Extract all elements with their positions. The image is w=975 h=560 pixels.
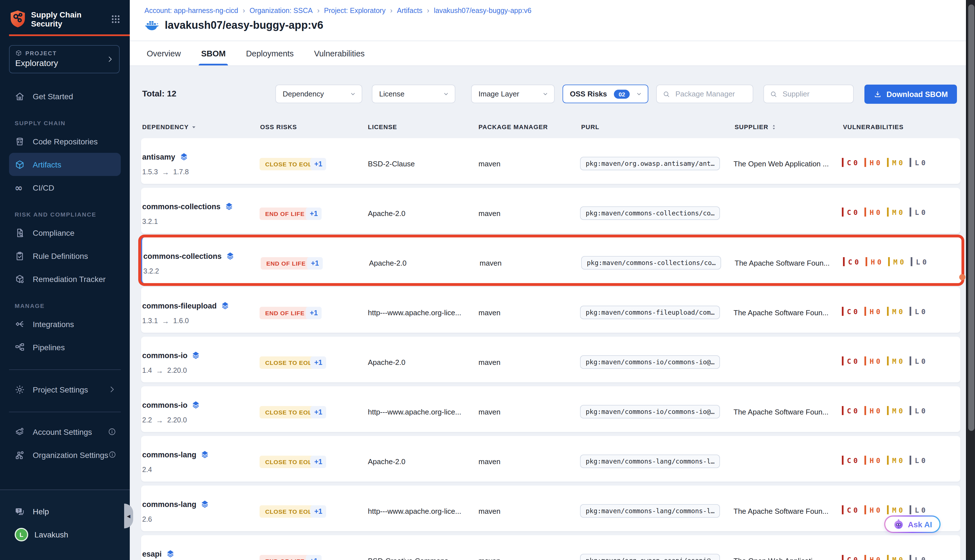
vulnerability-counts: C0H0M0L0 — [843, 257, 927, 266]
dependency-version: 1.5.3→1.7.8 — [142, 167, 189, 177]
table-row-commons-collections-2[interactable]: commons-collections3.2.2END OF LIFE+1Apa… — [141, 237, 962, 283]
oss-risk-extra-badge[interactable]: +1 — [306, 555, 322, 560]
dependency-name: commons-collections — [142, 201, 234, 212]
chevron-right-icon — [108, 385, 116, 393]
sidebar-item-organization-settings[interactable]: Organization Settings — [9, 443, 121, 467]
page-scrollbar[interactable] — [966, 0, 975, 560]
table-row-commons-fileupload-3[interactable]: commons-fileupload1.3.1→1.6.0END OF LIFE… — [141, 287, 960, 333]
severity-bar — [865, 406, 866, 415]
vulnerability-counts: C0H0M0L0 — [842, 505, 926, 514]
sidebar-item-label: Get Started — [33, 92, 116, 101]
oss-risk-badge: CLOSE TO EOL — [260, 505, 318, 518]
severity-low-count: L0 — [910, 307, 925, 316]
sidebar-item-label: Remediation Tracker — [33, 274, 116, 283]
column-dependency[interactable]: DEPENDENCY — [142, 123, 197, 130]
sidebar-item-rule-definitions[interactable]: Rule Definitions — [9, 244, 121, 267]
sidebar-item-account-settings[interactable]: Account Settings — [9, 420, 121, 443]
breadcrumb-link-1[interactable]: Organization: SSCA — [249, 7, 312, 15]
purl-pill[interactable]: pkg:maven/commons-collections/co… — [581, 256, 721, 270]
table-row-commons-lang-6[interactable]: commons-lang2.4CLOSE TO EOL+1Apache-2.0m… — [141, 436, 960, 482]
severity-bar — [842, 208, 843, 217]
package-manager-cell: maven — [479, 407, 501, 417]
purl-pill[interactable]: pkg:maven/org.owasp.esapi/esapi@… — [580, 554, 720, 560]
dependency-name: commons-io — [142, 400, 200, 410]
purl-pill[interactable]: pkg:maven/org.owasp.antisamy/ant… — [580, 157, 720, 170]
download-sbom-button[interactable]: Download SBOM — [865, 85, 957, 104]
oss-risk-extra-badge[interactable]: +1 — [311, 158, 326, 170]
oss-risk-extra-badge[interactable]: +1 — [306, 208, 322, 220]
tab-sbom[interactable]: SBOM — [201, 41, 226, 65]
sidebar-item-help[interactable]: ? Help — [9, 500, 121, 523]
column-supplier[interactable]: SUPPLIER — [735, 123, 777, 130]
severity-bar — [887, 456, 889, 465]
sidebar-divider — [9, 369, 121, 370]
sidebar-item-project-settings[interactable]: Project Settings — [9, 378, 121, 401]
severity-bar — [865, 357, 866, 365]
severity-bar — [865, 307, 866, 316]
tab-overview[interactable]: Overview — [147, 41, 181, 65]
severity-bar — [910, 208, 911, 217]
table-row-commons-io-4[interactable]: commons-io1.4→2.20.0CLOSE TO EOL+1Apache… — [141, 337, 960, 382]
module-switcher-icon[interactable] — [110, 14, 121, 24]
vulnerability-counts: C0H0M0L0 — [842, 555, 926, 560]
user-menu[interactable]: L Lavakush — [9, 523, 121, 546]
sidebar-item-pipelines[interactable]: Pipelines — [9, 335, 121, 359]
infinity-icon: ∞ — [15, 182, 25, 193]
sidebar-item-compliance[interactable]: Compliance — [9, 221, 121, 244]
license-filter-select[interactable]: License — [372, 85, 455, 103]
oss-risk-extra-badge[interactable]: +1 — [307, 257, 323, 270]
severity-bar — [865, 208, 866, 217]
oss-risk-extra-badge[interactable]: +1 — [306, 307, 322, 319]
table-row-commons-collections-1[interactable]: commons-collections3.2.1END OF LIFE+1Apa… — [141, 188, 960, 233]
sidebar-item-get-started[interactable]: Get Started — [9, 85, 121, 108]
pipelines-icon — [15, 342, 25, 352]
sidebar-item-artifacts[interactable]: Artifacts — [9, 153, 121, 176]
project-selector[interactable]: PROJECT Exploratory — [9, 45, 120, 73]
oss-risk-extra-badge[interactable]: +1 — [311, 357, 326, 369]
tab-vulnerabilities[interactable]: Vulnerabilities — [314, 41, 364, 65]
table-row-esapi-8[interactable]: esapiEND OF LIFE+1BSD-Creative Commons..… — [141, 535, 960, 560]
image-layer-filter-select[interactable]: Image Layer — [471, 85, 555, 103]
severity-high-count: H0 — [865, 357, 880, 365]
package-manager-search — [656, 85, 753, 103]
table-row-commons-lang-7[interactable]: commons-lang2.6CLOSE TO EOL+1http---www.… — [141, 485, 960, 531]
table-row-commons-io-5[interactable]: commons-io2.2→2.20.0CLOSE TO EOL+1http--… — [141, 386, 960, 432]
oss-risk-extra-badge[interactable]: +1 — [311, 456, 326, 468]
sidebar-item-code-repositories[interactable]: Code Repositories — [9, 130, 121, 153]
severity-critical-count: C0 — [843, 257, 859, 266]
severity-bar — [865, 505, 866, 514]
supplier-search-input[interactable] — [781, 89, 848, 99]
sidebar-item-label: Artifacts — [33, 160, 116, 169]
oss-risk-badge: CLOSE TO EOL — [260, 456, 318, 468]
oss-risk-extra-badge[interactable]: +1 — [311, 406, 326, 418]
breadcrumb-link-4[interactable]: lavakush07/easy-buggy-app:v6 — [434, 7, 531, 15]
license-cell: Apache-2.0 — [368, 209, 406, 219]
scrollbar-thumb[interactable] — [968, 5, 974, 431]
purl-pill[interactable]: pkg:maven/commons-io/commons-io@… — [580, 355, 720, 369]
version-arrow-icon: → — [156, 366, 164, 376]
severity-bar — [842, 456, 843, 465]
purl-pill[interactable]: pkg:maven/commons-lang/commons-l… — [580, 455, 720, 468]
sidebar-item-ci-cd[interactable]: ∞CI/CD — [9, 176, 121, 199]
breadcrumb-link-0[interactable]: Account: app-harness-ng-cicd — [144, 7, 238, 15]
dependency-version: 2.2→2.20.0 — [142, 416, 187, 425]
sidebar: Supply Chain Security PROJECT Explorator… — [0, 0, 130, 560]
package-manager-search-input[interactable] — [674, 89, 747, 99]
tab-deployments[interactable]: Deployments — [246, 41, 294, 65]
severity-bar — [842, 406, 843, 415]
breadcrumb-link-2[interactable]: Project: Exploratory — [324, 7, 386, 15]
purl-pill[interactable]: pkg:maven/commons-collections/co… — [580, 207, 720, 220]
purl-pill[interactable]: pkg:maven/commons-lang/commons-l… — [580, 504, 720, 518]
severity-medium-count: M0 — [887, 208, 903, 217]
purl-pill[interactable]: pkg:maven/commons-io/commons-io@… — [580, 405, 720, 418]
breadcrumb-link-3[interactable]: Artifacts — [397, 7, 422, 15]
sidebar-item-integrations[interactable]: Integrations — [9, 312, 121, 335]
purl-pill[interactable]: pkg:maven/commons-fileupload/com… — [580, 306, 720, 319]
oss-risks-filter-select[interactable]: OSS Risks 02 — [563, 85, 648, 103]
dependency-filter-select[interactable]: Dependency — [275, 85, 362, 103]
oss-risk-extra-badge[interactable]: +1 — [311, 505, 326, 518]
table-row-antisamy-0[interactable]: antisamy1.5.3→1.7.8CLOSE TO EOL+1BSD-2-C… — [141, 138, 960, 184]
sidebar-item-remediation-tracker[interactable]: Remediation Tracker — [9, 267, 121, 290]
chevron-down-icon — [349, 90, 357, 98]
ask-ai-button[interactable]: Ask AI — [884, 515, 941, 533]
